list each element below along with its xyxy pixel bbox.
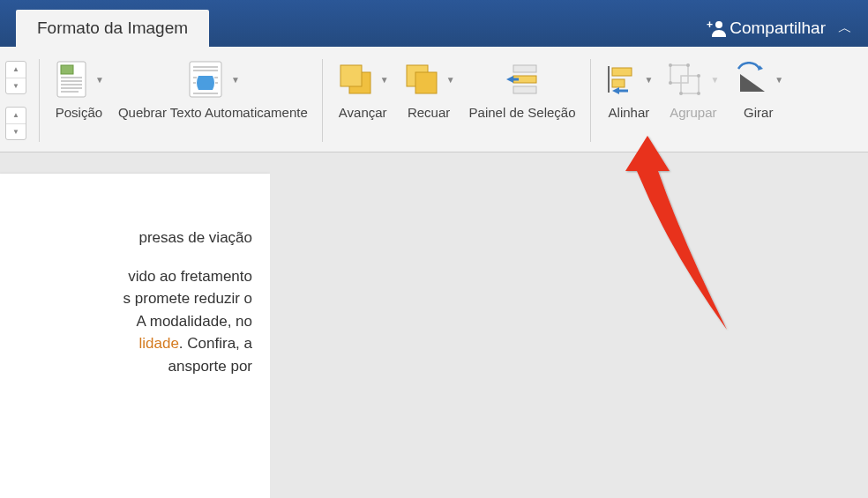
alinhar-label: Alinhar bbox=[609, 105, 650, 121]
svg-rect-27 bbox=[612, 79, 625, 87]
svg-rect-20 bbox=[415, 72, 437, 93]
doc-text-block: vido ao fretamento s promete reduzir o A… bbox=[0, 265, 252, 378]
share-button[interactable]: + Compartilhar bbox=[707, 19, 826, 38]
posicao-button[interactable]: ▼ Posição bbox=[47, 54, 111, 124]
svg-point-36 bbox=[697, 92, 700, 95]
recuar-label: Recuar bbox=[408, 105, 450, 121]
svg-point-33 bbox=[669, 81, 672, 85]
agrupar-label: Agrupar bbox=[670, 105, 716, 121]
svg-rect-26 bbox=[612, 68, 632, 76]
girar-label: Girar bbox=[744, 105, 773, 121]
canvas-background bbox=[270, 152, 868, 498]
document-area: presas de viação vido ao fretamento s pr… bbox=[0, 152, 868, 498]
svg-point-35 bbox=[679, 92, 683, 95]
titlebar-right: + Compartilhar ︿ bbox=[707, 19, 852, 38]
dropdown-arrow-icon: ▼ bbox=[380, 75, 389, 85]
svg-rect-3 bbox=[61, 65, 73, 74]
svg-rect-30 bbox=[681, 76, 699, 93]
doc-text-line: presas de viação bbox=[0, 227, 252, 249]
collapse-ribbon-icon[interactable]: ︿ bbox=[838, 19, 852, 38]
stepper-1[interactable]: ▲▼ bbox=[5, 61, 26, 94]
avancar-icon bbox=[337, 62, 374, 97]
alinhar-icon bbox=[605, 63, 639, 96]
dropdown-arrow-icon: ▼ bbox=[645, 75, 654, 85]
dropdown-arrow-icon: ▼ bbox=[774, 75, 783, 85]
svg-point-0 bbox=[715, 21, 722, 28]
quebrar-texto-icon bbox=[186, 60, 225, 99]
share-label: Compartilhar bbox=[730, 19, 826, 38]
dropdown-arrow-icon: ▼ bbox=[231, 75, 240, 85]
svg-point-31 bbox=[669, 63, 672, 67]
svg-text:+: + bbox=[707, 19, 713, 31]
svg-point-32 bbox=[686, 63, 690, 67]
ribbon: ▲▼ ▲▼ ▼ Posição bbox=[0, 47, 868, 152]
recuar-button[interactable]: ▼ Recuar bbox=[396, 54, 462, 124]
avancar-button[interactable]: ▼ Avançar bbox=[330, 54, 396, 124]
agrupar-button[interactable]: ▼ Agrupar bbox=[660, 54, 726, 124]
separator bbox=[39, 59, 40, 142]
alinhar-button[interactable]: ▼ Alinhar bbox=[598, 54, 661, 124]
agrupar-icon bbox=[667, 62, 704, 97]
painel-selecao-icon bbox=[505, 62, 540, 97]
titlebar: Formato da Imagem + Compartilhar ︿ bbox=[0, 0, 868, 47]
stepper-2[interactable]: ▲▼ bbox=[5, 107, 26, 140]
posicao-label: Posição bbox=[56, 105, 102, 121]
separator bbox=[322, 59, 323, 142]
girar-icon bbox=[733, 62, 768, 97]
painel-selecao-label: Painel de Seleção bbox=[469, 105, 576, 121]
svg-rect-29 bbox=[670, 65, 688, 83]
ribbon-left-controls: ▲▼ ▲▼ bbox=[0, 54, 32, 140]
document-page[interactable]: presas de viação vido ao fretamento s pr… bbox=[0, 174, 270, 498]
quebrar-texto-button[interactable]: ▼ Quebrar Texto Automaticamente bbox=[111, 54, 315, 124]
svg-rect-18 bbox=[340, 65, 362, 86]
recuar-icon bbox=[403, 62, 440, 97]
quebrar-texto-label: Quebrar Texto Automaticamente bbox=[118, 105, 308, 121]
avancar-label: Avançar bbox=[339, 105, 387, 121]
dropdown-arrow-icon: ▼ bbox=[95, 75, 104, 85]
dropdown-arrow-icon: ▼ bbox=[446, 75, 455, 85]
separator bbox=[590, 59, 591, 142]
girar-button[interactable]: ▼ Girar bbox=[726, 54, 790, 124]
person-plus-icon: + bbox=[707, 19, 728, 37]
painel-selecao-button[interactable]: Painel de Seleção bbox=[462, 54, 583, 124]
svg-point-34 bbox=[697, 74, 700, 78]
svg-rect-21 bbox=[513, 65, 536, 72]
dropdown-arrow-icon: ▼ bbox=[710, 75, 719, 85]
svg-rect-23 bbox=[513, 86, 536, 93]
posicao-icon bbox=[54, 60, 89, 99]
tab-formato-imagem[interactable]: Formato da Imagem bbox=[16, 10, 209, 47]
